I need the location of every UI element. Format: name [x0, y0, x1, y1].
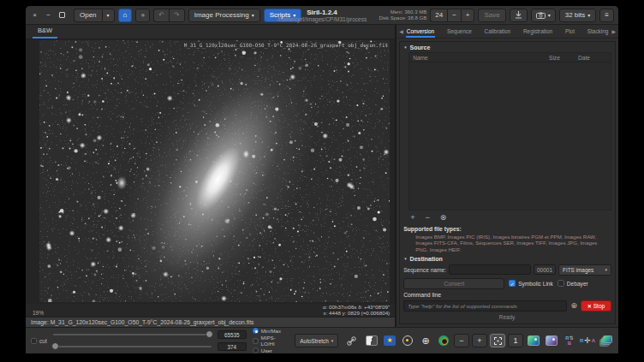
hi-slider-track[interactable]	[53, 334, 212, 335]
image-list-button[interactable]	[598, 334, 613, 347]
radio-user[interactable]: User	[253, 347, 289, 353]
radio-minmax[interactable]: Min/Max	[253, 328, 289, 334]
save-as-button[interactable]	[510, 9, 528, 22]
tab-bw-channel[interactable]: B&W	[33, 25, 57, 39]
channel-swap-button[interactable]: R⇅B	[562, 334, 577, 347]
command-input[interactable]	[403, 300, 567, 312]
hi-slider[interactable]	[53, 331, 212, 338]
tab-registration[interactable]: Registration	[522, 26, 553, 38]
threads-plus-button[interactable]: +	[461, 9, 475, 22]
threads-value[interactable]: 24	[430, 9, 447, 22]
zoom-out-button[interactable]: −	[454, 334, 469, 347]
channel-link-button[interactable]	[344, 334, 358, 347]
display-mode-dropdown[interactable]: AutoStretch ▾	[295, 334, 338, 347]
control-panel: ◀ Conversion Sequence Calibration Regist…	[397, 25, 618, 327]
one-to-one-button[interactable]: 1	[508, 334, 523, 347]
star-detection-button[interactable]: ★	[382, 334, 397, 347]
checkbox-empty-icon	[558, 280, 564, 287]
conversion-tab-content: ▼ Source Name Size Date + −	[399, 41, 616, 324]
command-help-icon[interactable]: ⊕	[570, 302, 577, 310]
destination-expander[interactable]: ▼ Destination	[403, 256, 611, 262]
negative-view-button[interactable]	[364, 334, 379, 347]
undo-icon: ↶	[158, 11, 164, 19]
tab-calibration[interactable]: Calibration	[484, 26, 512, 38]
window-controls: × −	[30, 10, 67, 20]
clear-list-button[interactable]: ⊗	[440, 213, 447, 222]
minimize-button[interactable]: −	[44, 10, 53, 20]
pixel-coordinates: x: 4448 y: 0829 (=0.006804)	[323, 310, 390, 316]
column-size[interactable]: Size	[549, 55, 578, 61]
lo-slider-track[interactable]	[53, 346, 212, 347]
scripts-menu[interactable]: Scripts ▾	[264, 9, 301, 22]
memory-label: Mem: 360.3 MB	[379, 9, 426, 15]
bit-depth-dropdown[interactable]: 32 bits ▾	[559, 9, 597, 22]
source-title: Source	[410, 45, 431, 50]
start-index-value[interactable]: 00001	[534, 264, 556, 275]
hi-slider-handle[interactable]	[206, 330, 213, 338]
photometry-button[interactable]	[436, 334, 451, 347]
maximize-icon	[59, 12, 65, 18]
table-body-empty[interactable]	[409, 62, 611, 210]
tabs-scroll-left-icon[interactable]: ◀	[398, 28, 404, 34]
lo-slider[interactable]	[53, 343, 212, 350]
save-button[interactable]: Save	[478, 9, 505, 22]
chain-icon	[347, 336, 356, 346]
snapshot-view-button[interactable]	[526, 334, 541, 347]
image-processing-menu[interactable]: Image Processing ▾	[188, 9, 260, 22]
negative-image-icon	[366, 335, 378, 346]
debayer-checkbox[interactable]: Debayer	[558, 280, 588, 287]
livestack-button[interactable]: ●	[135, 9, 150, 22]
column-name[interactable]: Name	[409, 55, 549, 61]
add-files-button[interactable]: +	[410, 213, 414, 222]
debayer-label: Debayer	[567, 281, 588, 287]
convert-button[interactable]: Convert	[403, 278, 504, 289]
source-expander[interactable]: ▼ Source	[403, 45, 611, 50]
hamburger-menu-button[interactable]: ≡	[599, 9, 614, 22]
astrometry-button[interactable]: ⊕	[418, 334, 433, 347]
source-file-table: Name Size Date	[408, 52, 611, 211]
sample-circle-icon	[402, 335, 413, 346]
stop-button[interactable]: ✕ Stop	[581, 300, 611, 312]
home-button[interactable]: ⌂	[118, 9, 133, 22]
symbolic-link-checkbox[interactable]: ✓ Symbolic Link	[509, 280, 553, 287]
snapshot-clipboard-button[interactable]	[544, 334, 559, 347]
radio-mips-lohi[interactable]: MIPS-LO/HI	[253, 335, 289, 347]
lo-value-field[interactable]: 374	[218, 342, 247, 351]
open-recent-dropdown[interactable]: ▾	[102, 9, 115, 22]
save-as-icon	[515, 11, 522, 19]
fit-window-icon	[494, 337, 502, 345]
fit-to-window-button[interactable]	[490, 334, 505, 347]
cut-checkbox[interactable]: cut	[31, 338, 47, 344]
galaxy-image[interactable]	[39, 40, 390, 302]
remove-files-button[interactable]: −	[425, 213, 429, 222]
tab-plot[interactable]: Plot	[564, 26, 575, 38]
threads-minus-button[interactable]: −	[447, 9, 461, 22]
tab-sequence[interactable]: Sequence	[446, 26, 473, 38]
undo-button[interactable]: ↶	[153, 9, 169, 22]
tab-conversion[interactable]: Conversion	[406, 26, 435, 38]
lo-slider-handle[interactable]	[51, 342, 59, 350]
redo-button[interactable]: ↷	[169, 9, 185, 22]
image-processing-label: Image Processing	[194, 11, 249, 19]
annotations-button[interactable]: R✛A	[580, 334, 595, 347]
sequence-name-input[interactable]	[449, 264, 531, 275]
open-button[interactable]: Open	[74, 9, 102, 22]
output-format-dropdown[interactable]: FITS images ▾	[558, 264, 611, 276]
globe-icon: ⊕	[421, 336, 429, 346]
bit-depth-label: 32 bits	[565, 11, 586, 19]
photo-icon	[546, 335, 558, 346]
hi-value-field[interactable]: 65535	[218, 330, 247, 339]
file-list-actions: + − ⊗	[403, 212, 611, 223]
close-button[interactable]: ×	[30, 10, 39, 20]
tab-stacking[interactable]: Stacking	[587, 26, 610, 38]
snapshot-button[interactable]: ▾	[531, 9, 556, 22]
zoom-in-button[interactable]: +	[472, 334, 487, 347]
maximize-button[interactable]	[57, 10, 67, 20]
tabs-scroll-right-icon[interactable]: ▶	[611, 28, 617, 34]
image-viewport: M_31_G_120x120sec_G100_O50_T-9°C_2024-08…	[26, 39, 395, 304]
checkbox-checked-icon: ✓	[509, 280, 516, 287]
background-extraction-button[interactable]	[400, 334, 415, 347]
viewer-tools: ★ ⊕ − + 1 R⇅B R✛A	[364, 334, 613, 347]
column-date[interactable]: Date	[578, 55, 611, 61]
status-ready: Ready.	[403, 314, 611, 321]
